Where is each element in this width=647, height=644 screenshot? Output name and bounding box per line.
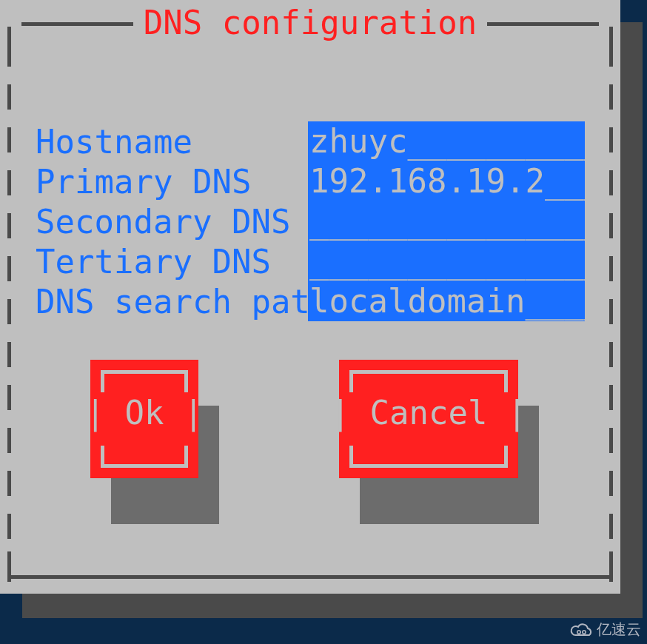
label-primary-dns: Primary DNS xyxy=(36,163,308,201)
bracket-bottom-icon xyxy=(101,450,188,471)
input-hostname[interactable]: zhuyc__________ xyxy=(308,121,585,161)
button-row: | Ok | | Cancel | xyxy=(0,360,620,508)
label-dns-search-path: DNS search path xyxy=(36,283,308,321)
watermark: 亿速云 xyxy=(569,620,641,640)
watermark-text: 亿速云 xyxy=(597,620,641,640)
bracket-top-icon xyxy=(349,367,508,388)
cancel-button-label: Cancel xyxy=(370,397,488,429)
cancel-button-wrap: | Cancel | xyxy=(339,360,518,478)
dialog-title-bar: DNS configuration xyxy=(7,4,613,40)
bracket-top-icon xyxy=(101,367,188,388)
svg-point-0 xyxy=(577,630,580,633)
row-secondary-dns: Secondary DNS _______________ xyxy=(36,201,585,241)
border-bottom xyxy=(7,557,613,586)
label-secondary-dns: Secondary DNS xyxy=(36,203,308,241)
input-dns-search-path[interactable]: localdomain____ xyxy=(308,281,585,321)
pipe-icon: | xyxy=(86,397,125,429)
pipe-icon: | xyxy=(164,397,204,429)
row-dns-search-path: DNS search path localdomain____ xyxy=(36,281,585,321)
row-hostname: Hostname zhuyc__________ xyxy=(36,121,585,161)
pipe-icon: | xyxy=(487,397,526,429)
ok-button-wrap: | Ok | xyxy=(90,360,198,478)
dns-form: Hostname zhuyc__________ Primary DNS 192… xyxy=(36,121,585,321)
label-hostname: Hostname xyxy=(36,123,308,161)
border-top-right xyxy=(487,22,599,26)
row-tertiary-dns: Tertiary DNS _______________ xyxy=(36,241,585,281)
svg-point-1 xyxy=(583,630,586,633)
input-primary-dns[interactable]: 192.168.19.2___ xyxy=(308,161,585,201)
input-secondary-dns[interactable]: _______________ xyxy=(308,201,585,241)
input-tertiary-dns[interactable]: _______________ xyxy=(308,241,585,281)
cloud-icon xyxy=(569,622,594,638)
pipe-icon: | xyxy=(331,397,370,429)
ok-button[interactable]: | Ok | xyxy=(90,360,198,478)
border-top-left xyxy=(21,22,133,26)
dns-config-dialog: DNS configuration Hostname zhuyc________… xyxy=(0,0,620,594)
dialog-title: DNS configuration xyxy=(133,4,487,41)
bracket-bottom-icon xyxy=(349,450,508,471)
label-tertiary-dns: Tertiary DNS xyxy=(36,243,308,281)
ok-button-label: Ok xyxy=(125,397,164,429)
cancel-button[interactable]: | Cancel | xyxy=(339,360,518,478)
row-primary-dns: Primary DNS 192.168.19.2___ xyxy=(36,161,585,201)
